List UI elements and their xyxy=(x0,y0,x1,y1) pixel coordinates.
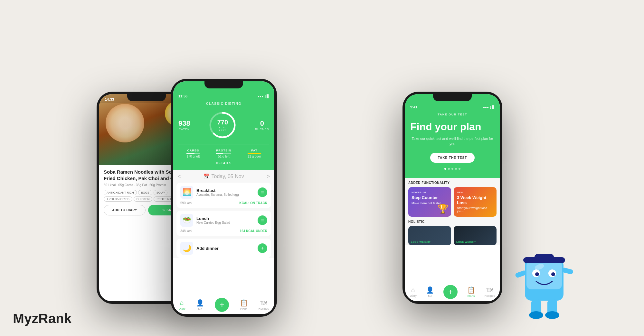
phone-center: 11:56 ●●● ⌋ ▊ CLASSIC DIETING 938 EATEN xyxy=(171,79,277,317)
home-icon-r: ⌂ xyxy=(411,286,415,294)
diary-header-title: CLASSIC DIETING xyxy=(178,102,269,105)
step-counter-card[interactable]: MOVESUM Step Counter Move more not faste… xyxy=(408,187,451,217)
ring-center: 770 KCAL LEFT xyxy=(215,119,230,132)
lose-cards-row: LOSE WEIGHT LOSE WEIGHT xyxy=(408,226,497,245)
lose-label-1: LOSE WEIGHT xyxy=(411,241,431,243)
home-icon: ⌂ xyxy=(180,299,184,306)
lunch-icon: 🥗 xyxy=(180,214,193,227)
bottom-nav-center: ⌂ Diary 👤 Me + 📋 Plans 🍽 Recipes xyxy=(173,295,274,314)
status-bar-center: 11:56 ●●● ⌋ ▊ xyxy=(178,93,269,102)
macro-fat: FAT 11 g over xyxy=(248,149,261,158)
breakfast-info: Breakfast Avocado, Banana, Boiled egg xyxy=(196,188,254,196)
dot-2 xyxy=(448,168,450,170)
nav-add-button-r[interactable]: + xyxy=(443,285,458,299)
heart-icon: ♡ xyxy=(162,208,165,212)
recipes-icon: 🍽 xyxy=(260,299,267,306)
lose-card-2[interactable]: LOSE WEIGHT xyxy=(454,226,497,245)
date-navigator: < 📅 Today, 05 Nov > xyxy=(176,170,271,183)
plans-icon: 📋 xyxy=(240,299,248,307)
dinner-info: Add dinner xyxy=(196,246,254,251)
nav-plans[interactable]: 📋 Plans xyxy=(240,299,248,311)
recipes-icon-r: 🍽 xyxy=(487,286,493,294)
lose-label-2: LOSE WEIGHT xyxy=(456,241,476,243)
svg-rect-9 xyxy=(535,254,554,260)
calendar-icon: 📅 xyxy=(204,174,210,179)
holistic-title: HOLISTIC xyxy=(408,220,497,223)
burned-value: 0 xyxy=(255,119,269,128)
svg-point-14 xyxy=(529,311,543,319)
signal-icon-c: ●●● xyxy=(258,95,263,98)
dinner-card: 🌙 Add dinner + xyxy=(176,239,271,258)
kcal-left-value: 770 xyxy=(215,119,230,126)
lunch-kcal: 348 kcal xyxy=(180,229,192,233)
added-functionality-title: ADDED FUNCTIONALITY xyxy=(408,181,497,185)
nav-me[interactable]: 👤 Me xyxy=(196,299,204,311)
signal-icon-r: ●●● xyxy=(483,105,489,109)
lose-card-1[interactable]: LOSE WEIGHT xyxy=(408,226,451,245)
notch-center xyxy=(204,81,243,88)
battery-icon-c: ▊ xyxy=(267,95,269,98)
carousel-dots xyxy=(410,168,495,170)
brand-name: MyzRank xyxy=(13,311,71,326)
tag-chicken: CHICKEN xyxy=(134,196,153,202)
burned-label: BURNED xyxy=(255,128,269,131)
svg-point-15 xyxy=(545,311,559,319)
notch-left xyxy=(127,94,166,101)
status-time-center: 11:56 xyxy=(178,94,187,98)
status-icons-right: ●●● ⌋ ▊ xyxy=(483,105,495,109)
details-button[interactable]: DETAILS xyxy=(178,161,269,165)
next-day-button[interactable]: > xyxy=(267,174,270,179)
nav-diary-r[interactable]: ⌂ Diary xyxy=(410,286,417,297)
wifi-icon-r: ⌋ xyxy=(490,105,491,109)
take-test-button[interactable]: TAKE THE TEST xyxy=(430,153,475,163)
weight-loss-title: 3 Week Weight Loss xyxy=(457,195,493,205)
weight-loss-card[interactable]: NEW 3 Week Weight Loss Start your weight… xyxy=(454,187,497,217)
lunch-info: Lunch New Curried Egg Salad xyxy=(196,216,254,224)
dinner-name: Add dinner xyxy=(196,246,254,251)
breakfast-card: 🌅 Breakfast Avocado, Banana, Boiled egg … xyxy=(176,183,271,208)
breakfast-add-button[interactable]: ≡ xyxy=(258,187,267,197)
dinner-add-button[interactable]: + xyxy=(258,243,267,253)
status-icons-center: ●●● ⌋ ▊ xyxy=(258,95,269,98)
plan-cards-row: MOVESUM Step Counter Move more not faste… xyxy=(408,187,497,217)
lunch-name: Lunch xyxy=(196,216,254,221)
svg-point-6 xyxy=(535,272,539,276)
phone-center-screen: 11:56 ●●● ⌋ ▊ CLASSIC DIETING 938 EATEN xyxy=(173,81,274,314)
svg-point-7 xyxy=(551,272,555,276)
trophy-icon: 🏆 xyxy=(437,204,449,214)
lunch-kcal-row: 348 kcal 164 KCAL UNDER xyxy=(180,229,267,233)
nav-plans-r[interactable]: 📋 Plans xyxy=(467,286,475,298)
macro-protein: PROTEIN 51 g left xyxy=(216,149,231,158)
current-date: 📅 Today, 05 Nov xyxy=(204,173,244,179)
plans-icon-r: 📋 xyxy=(467,286,475,294)
prev-day-button[interactable]: < xyxy=(178,174,181,179)
new-badge: NEW xyxy=(457,191,493,194)
step-counter-title: Step Counter xyxy=(412,195,448,200)
breakfast-name: Breakfast xyxy=(196,188,254,193)
breakfast-icon: 🌅 xyxy=(180,186,193,199)
nav-add-button[interactable]: + xyxy=(215,298,229,312)
tag-calories: + 700 CALORIES xyxy=(104,196,132,202)
person-icon: 👤 xyxy=(196,299,204,307)
plans-subtext: Take our quick test and we'll find the p… xyxy=(410,136,495,146)
lunch-card: 🥗 Lunch New Curried Egg Salad ≡ 348 kcal… xyxy=(176,211,271,236)
nav-me-r[interactable]: 👤 Me xyxy=(426,286,434,298)
burned-section: 0 BURNED xyxy=(255,119,269,131)
plans-headline: Find your plan xyxy=(410,121,495,132)
dot-4 xyxy=(455,168,457,170)
nav-recipes-r[interactable]: 🍽 Recipes xyxy=(485,286,495,297)
add-to-diary-button[interactable]: ADD TO DIARY xyxy=(104,205,146,215)
nav-recipes[interactable]: 🍽 Recipes xyxy=(259,299,269,310)
tag-eggs: EGGS xyxy=(138,190,152,195)
diary-body: < 📅 Today, 05 Nov > 🌅 Breakfast Avocado,… xyxy=(173,170,274,258)
movesum-badge: MOVESUM xyxy=(412,191,448,194)
nav-diary[interactable]: ⌂ Diary xyxy=(179,299,185,310)
plans-body: ADDED FUNCTIONALITY MOVESUM Step Counter… xyxy=(405,178,500,245)
mascot xyxy=(515,240,573,323)
eaten-label: EATEN xyxy=(178,128,190,131)
bottom-nav-right: ⌂ Diary 👤 Me + 📋 Plans 🍽 Recipes xyxy=(405,282,500,301)
dot-1 xyxy=(444,168,446,170)
take-test-label: TAKE OUR TEST xyxy=(410,113,495,116)
lunch-add-button[interactable]: ≡ xyxy=(258,215,267,225)
dinner-icon: 🌙 xyxy=(180,242,193,255)
